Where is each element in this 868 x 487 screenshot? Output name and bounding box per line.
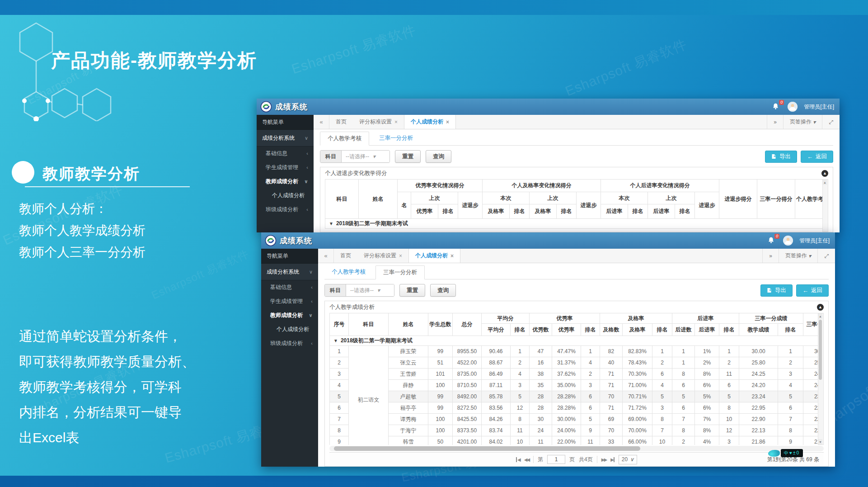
column-header: 后进率 xyxy=(695,324,719,336)
fullscreen-icon[interactable]: ⤢ xyxy=(822,115,840,129)
prev-page-button[interactable]: ◀◀ xyxy=(524,457,529,462)
column-header: 后进率 xyxy=(648,204,675,219)
sidebar-item[interactable]: 教师成绩分析∨ xyxy=(257,175,314,189)
sidebar-item[interactable]: 个人成绩分析 xyxy=(257,189,314,203)
back-button[interactable]: ← 返回 xyxy=(796,284,829,297)
query-button[interactable]: 查询 xyxy=(426,150,451,163)
forward-tabs-icon[interactable]: » xyxy=(762,249,779,263)
content-tab-个人教学考核[interactable]: 个人教学考核 xyxy=(324,265,373,279)
tab-首页[interactable]: 首页 xyxy=(334,249,357,263)
tab-operations-button[interactable]: 页签操作 ▾ xyxy=(783,115,822,129)
user-avatar[interactable] xyxy=(788,102,798,112)
export-label: 导出 xyxy=(775,287,786,294)
cell-value: 4522.00 xyxy=(453,357,482,369)
table-row[interactable]: 8于海宁1008373.5083.74112424.00%97070.00%78… xyxy=(330,425,824,436)
bell-icon xyxy=(772,103,779,110)
exam-section-row[interactable]: ▼2018级初二第一学期期末考试 xyxy=(325,219,829,229)
collapse-tabs-icon[interactable]: « xyxy=(314,115,329,129)
user-menu[interactable]: 管理员[主任] xyxy=(799,237,830,245)
chevron-down-icon: ▾ xyxy=(812,119,816,125)
reset-button[interactable]: 重置 xyxy=(395,150,421,163)
sidebar-item[interactable]: 基础信息‹ xyxy=(257,147,314,161)
fullscreen-icon[interactable]: ⤢ xyxy=(817,249,835,263)
subject-select[interactable]: --请选择-- ▾ xyxy=(346,284,394,296)
tab-operations-button[interactable]: 页签操作 ▾ xyxy=(779,249,817,263)
scroll-up-icon[interactable]: ▲ xyxy=(823,180,827,185)
page-input[interactable]: 1 xyxy=(547,455,565,464)
collapse-panel-icon[interactable]: ▲ xyxy=(817,304,824,311)
sidebar-item[interactable]: 班级成绩分析‹ xyxy=(261,336,318,350)
tab-个人成绩分析[interactable]: 个人成绩分析× xyxy=(404,115,456,129)
toolbar-right: 导出 ← 返回 xyxy=(760,284,829,297)
table-row[interactable]: 3王雪娇1018735.0086.4943837.62%27170.30%688… xyxy=(330,369,824,380)
notifications-button[interactable]: 0 xyxy=(768,236,777,245)
table-row[interactable]: 7谭秀梅1008425.5084.2683030.00%56969.00%877… xyxy=(330,414,824,425)
scrollbar-thumb[interactable] xyxy=(819,320,822,380)
content-tab-bar: 个人教学考核三率一分分析 xyxy=(324,265,829,279)
collapse-tabs-icon[interactable]: « xyxy=(318,249,334,263)
tab-首页[interactable]: 首页 xyxy=(329,115,353,129)
cell-value: 30.00% xyxy=(552,414,581,425)
sidebar-item[interactable]: 班级成绩分析‹ xyxy=(257,203,314,217)
cell-value: 70.30% xyxy=(623,369,652,380)
sidebar-item-score-analysis-system[interactable]: 成绩分析系统∨ xyxy=(257,130,314,147)
cell-value: 11 xyxy=(511,425,530,436)
reset-button[interactable]: 重置 xyxy=(399,284,425,297)
content-tab-三率一分分析[interactable]: 三率一分分析 xyxy=(375,265,425,279)
tab-评分标准设置[interactable]: 评分标准设置× xyxy=(353,115,404,129)
exam-section-row[interactable]: ▼2018级初二第一学期期末考试 xyxy=(330,336,824,346)
sidebar-item[interactable]: 学生成绩管理‹ xyxy=(261,294,318,308)
close-tab-icon[interactable]: × xyxy=(450,253,454,259)
topbar-right: 0 管理员[主任] xyxy=(768,236,830,246)
sidebar-item-score-analysis-system[interactable]: 成绩分析系统∨ xyxy=(261,264,318,280)
table-row[interactable]: 1初二语文薛玉荣998955.5090.4614747.47%18282.83%… xyxy=(330,346,824,357)
app-logo-icon xyxy=(265,235,277,246)
sidebar-item[interactable]: 基础信息‹ xyxy=(261,280,318,294)
vertical-scrollbar[interactable]: ▲ xyxy=(822,179,828,232)
query-button[interactable]: 查询 xyxy=(430,284,456,297)
vertical-scrollbar[interactable]: ▲ ▼ xyxy=(818,313,824,445)
close-tab-icon[interactable]: × xyxy=(399,253,402,259)
tab-个人成绩分析[interactable]: 个人成绩分析× xyxy=(408,249,460,263)
user-avatar[interactable] xyxy=(783,236,793,246)
cell-value: 4 xyxy=(330,380,349,391)
horizontal-scrollbar[interactable] xyxy=(329,446,824,451)
cell-value: 101 xyxy=(428,369,453,380)
column-header: 名 xyxy=(398,192,411,219)
desc-line: 通过简单蛇设置分析条件， xyxy=(19,324,195,349)
window-body: 导航菜单成绩分析系统∨基础信息‹学生成绩管理‹教师成绩分析∨个人成绩分析班级成绩… xyxy=(257,115,840,232)
export-button[interactable]: 导出 xyxy=(760,284,793,297)
swoosh-icon xyxy=(768,450,780,457)
scrollbar-thumb[interactable] xyxy=(334,446,640,451)
table-row[interactable]: 5卢超敏998492.0085.7852828.28%67070.71%555%… xyxy=(330,391,824,402)
table-row[interactable]: 4薛静1008710.5087.1133535.00%37171.00%466%… xyxy=(330,380,824,391)
user-menu[interactable]: 管理员[主任] xyxy=(804,103,834,111)
cell-value: 4 xyxy=(581,357,600,369)
content-tab-个人教学考核[interactable]: 个人教学考核 xyxy=(320,132,369,146)
sidebar-item[interactable]: 学生成绩管理‹ xyxy=(257,161,314,175)
export-button[interactable]: 导出 xyxy=(765,151,797,163)
close-tab-icon[interactable]: × xyxy=(394,119,398,125)
cell-value: 83.56 xyxy=(482,402,511,414)
back-button[interactable]: ← 返回 xyxy=(801,151,833,163)
collapse-panel-icon[interactable]: ▲ xyxy=(821,170,828,177)
last-page-button[interactable]: ▶ xyxy=(610,457,615,462)
cell-value: 王雪娇 xyxy=(389,369,428,380)
notifications-button[interactable]: 0 xyxy=(772,103,781,111)
next-page-button[interactable]: ▶▶ xyxy=(601,457,606,462)
sidebar-item[interactable]: 个人成绩分析 xyxy=(261,322,318,336)
sidebar-item[interactable]: 教师成绩分析∨ xyxy=(261,308,318,322)
chevron-left-icon: ‹ xyxy=(311,294,313,308)
content-tab-三率一分分析[interactable]: 三率一分分析 xyxy=(372,132,420,145)
close-tab-icon[interactable]: × xyxy=(446,119,449,125)
page-size-select[interactable]: 20 ∨ xyxy=(619,455,637,464)
subject-select[interactable]: --请选择-- ▾ xyxy=(342,151,389,162)
forward-tabs-icon[interactable]: » xyxy=(767,115,783,129)
table-row[interactable]: 2张立云514522.0088.6721631.37%44078.43%212%… xyxy=(330,357,824,369)
tab-评分标准设置[interactable]: 评分标准设置× xyxy=(357,249,408,263)
scroll-down-icon[interactable]: ▼ xyxy=(818,439,822,444)
scroll-up-icon[interactable]: ▲ xyxy=(818,313,822,319)
first-page-button[interactable]: ◀ xyxy=(516,457,520,462)
table-row[interactable]: 9韩雪504201.0084.02101122.00%113366.00%102… xyxy=(330,436,824,445)
table-row[interactable]: 6籍亭亭998272.5083.56122828.28%67171.72%366… xyxy=(330,402,824,414)
